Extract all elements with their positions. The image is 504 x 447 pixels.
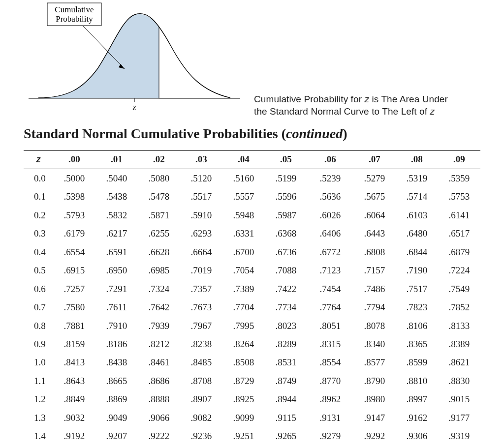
table-cell: .8531	[265, 353, 307, 371]
table-cell: .6736	[265, 243, 307, 261]
table-cell: .8212	[138, 335, 180, 353]
table-cell: .8621	[438, 353, 480, 371]
table-cell: .6808	[353, 243, 396, 261]
col-header: .00	[53, 151, 95, 169]
table-cell: .5948	[222, 206, 265, 224]
col-header: .02	[138, 151, 180, 169]
table-cell: .5398	[53, 187, 95, 206]
table-cell: .8888	[138, 390, 180, 408]
table-cell: .8686	[138, 372, 180, 390]
table-cell: .7764	[307, 298, 353, 316]
table-cell: .7190	[396, 261, 438, 279]
table-cell: .8790	[353, 372, 396, 390]
table-cell: .7794	[353, 298, 396, 316]
table-cell: .9279	[307, 427, 353, 445]
table-cell: .7881	[53, 317, 95, 335]
table-row: 0.2.5793.5832.5871.5910.5948.5987.6026.6…	[24, 206, 480, 224]
table-cell: .5871	[138, 206, 180, 224]
col-header: .03	[180, 151, 222, 169]
table-cell: .6664	[180, 243, 222, 261]
table-cell: .8438	[95, 353, 138, 371]
row-z-value: 1.2	[24, 390, 53, 408]
table-cell: .9406	[307, 446, 353, 447]
table-cell: .5832	[95, 206, 138, 224]
table-cell: .8554	[307, 353, 353, 371]
table-cell: .6026	[307, 206, 353, 224]
label-box-line2: Probability	[56, 14, 93, 24]
normal-curve-icon: z Cumulative Probability	[24, 0, 250, 118]
table-row: 1.4.9192.9207.9222.9236.9251.9265.9279.9…	[24, 427, 480, 445]
table-cell: .6064	[353, 206, 396, 224]
table-cell: .8708	[180, 372, 222, 390]
table-cell: .6179	[53, 224, 95, 242]
table-cell: .7422	[265, 280, 307, 298]
table-cell: .8849	[53, 390, 95, 408]
table-cell: .8830	[438, 372, 480, 390]
table-cell: .5987	[265, 206, 307, 224]
table-row: 0.0.5000.5040.5080.5120.5160.5199.5239.5…	[24, 169, 480, 188]
table-cell: .5557	[222, 187, 265, 206]
col-header: .09	[438, 151, 480, 169]
caption-var-z1: z	[364, 94, 369, 104]
table-cell: .6406	[307, 224, 353, 242]
table-cell: .8289	[265, 335, 307, 353]
table-cell: .8508	[222, 353, 265, 371]
table-cell: .5438	[95, 187, 138, 206]
table-cell: .7910	[95, 317, 138, 335]
label-box-line1: Cumulative	[55, 5, 94, 14]
table-cell: .7088	[265, 261, 307, 279]
table-cell: .5199	[265, 169, 307, 188]
table-cell: .7324	[138, 280, 180, 298]
table-cell: .6293	[180, 224, 222, 242]
table-cell: .8749	[265, 372, 307, 390]
table-cell: .8770	[307, 372, 353, 390]
table-cell: .6591	[95, 243, 138, 261]
table-cell: .6517	[438, 224, 480, 242]
table-cell: .7054	[222, 261, 265, 279]
table-cell: .8389	[438, 335, 480, 353]
z-axis-label: z	[132, 102, 136, 112]
table-cell: .8365	[396, 335, 438, 353]
col-header: .01	[95, 151, 138, 169]
table-cell: .8023	[265, 317, 307, 335]
table-cell: .9357	[138, 446, 180, 447]
z-table-body: 0.0.5000.5040.5080.5120.5160.5199.5239.5…	[24, 169, 480, 447]
table-cell: .9032	[53, 409, 95, 427]
title-close: )	[343, 126, 347, 141]
row-z-value: 1.5	[24, 446, 53, 447]
table-cell: .5517	[180, 187, 222, 206]
table-cell: .6480	[396, 224, 438, 242]
table-cell: .9162	[396, 409, 438, 427]
table-cell: .8925	[222, 390, 265, 408]
table-cell: .7704	[222, 298, 265, 316]
table-cell: .7291	[95, 280, 138, 298]
table-cell: .6103	[396, 206, 438, 224]
z-table-head: z.00.01.02.03.04.05.06.07.08.09	[24, 151, 480, 169]
table-row: 1.5.9332.9345.9357.9370.9382.9394.9406.9…	[24, 446, 480, 447]
table-cell: .7734	[265, 298, 307, 316]
table-cell: .8729	[222, 372, 265, 390]
table-cell: .7389	[222, 280, 265, 298]
col-header: .07	[353, 151, 396, 169]
table-cell: .8577	[353, 353, 396, 371]
table-row: 0.8.7881.7910.7939.7967.7995.8023.8051.8…	[24, 317, 480, 335]
table-cell: .9319	[438, 427, 480, 445]
table-cell: .7257	[53, 280, 95, 298]
table-cell: .6368	[265, 224, 307, 242]
table-cell: .6628	[138, 243, 180, 261]
table-row: 0.7.7580.7611.7642.7673.7704.7734.7764.7…	[24, 298, 480, 316]
table-cell: .7852	[438, 298, 480, 316]
table-cell: .6844	[396, 243, 438, 261]
table-cell: .9345	[95, 446, 138, 447]
table-cell: .9332	[53, 446, 95, 447]
table-cell: .7357	[180, 280, 222, 298]
table-cell: .6141	[438, 206, 480, 224]
table-cell: .7580	[53, 298, 95, 316]
row-z-value: 0.1	[24, 187, 53, 206]
table-cell: .9207	[95, 427, 138, 445]
table-cell: .9015	[438, 390, 480, 408]
table-cell: .8106	[396, 317, 438, 335]
normal-curve-figure: z Cumulative Probability	[24, 0, 250, 120]
row-z-value: 1.3	[24, 409, 53, 427]
table-cell: .8159	[53, 335, 95, 353]
